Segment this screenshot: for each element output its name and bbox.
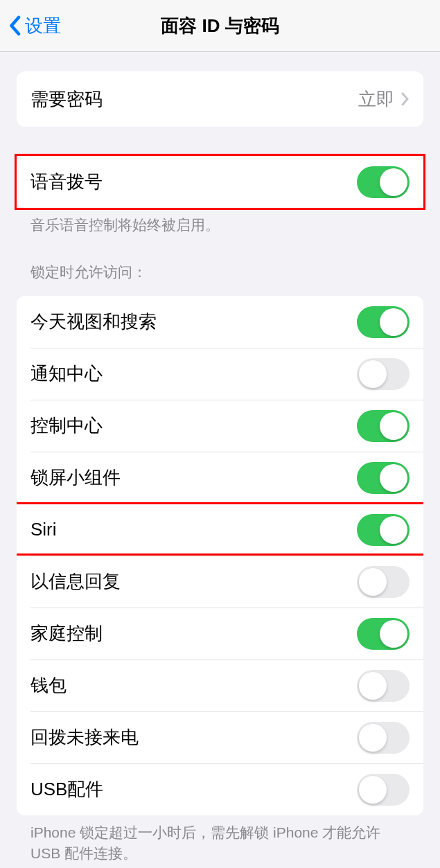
header: 设置 面容 ID 与密码 [0,0,440,52]
control-center-toggle[interactable] [357,410,410,442]
today-view-search-toggle[interactable] [357,306,410,338]
siri-label: Siri [30,519,57,540]
lock-access-header: 锁定时允许访问： [17,235,423,287]
page-title: 面容 ID 与密码 [161,14,279,38]
return-missed-calls-label: 回拨未接来电 [30,725,139,750]
usb-accessories-label: USB配件 [30,777,103,801]
return-missed-calls-row: 回拨未接来电 [17,711,423,763]
chevron-left-icon [8,15,21,36]
home-control-row: 家庭控制 [17,608,423,659]
today-view-search-label: 今天视图和搜索 [30,310,157,334]
control-center-label: 控制中心 [30,414,103,438]
voice-dial-toggle[interactable] [357,166,410,198]
notification-center-toggle[interactable] [357,358,410,390]
voice-dial-footer: 音乐语音控制将始终被启用。 [17,208,423,235]
home-control-label: 家庭控制 [30,621,103,646]
notification-center-row: 通知中心 [17,348,423,400]
siri-toggle[interactable] [357,514,410,546]
reply-with-message-row: 以信息回复 [17,556,423,608]
voice-dial-row: 语音拨号 [17,156,423,208]
wallet-label: 钱包 [30,673,67,698]
usb-accessories-toggle[interactable] [357,774,410,806]
require-passcode-value: 立即 [358,87,394,112]
siri-row: Siri [17,504,423,556]
today-view-search-row: 今天视图和搜索 [17,296,423,348]
reply-with-message-label: 以信息回复 [30,569,121,594]
wallet-toggle[interactable] [357,670,410,702]
lock-screen-widgets-label: 锁屏小组件 [30,466,121,490]
require-passcode-group: 需要密码 立即 [17,71,423,127]
voice-dial-group: 语音拨号 [17,156,423,208]
back-button[interactable]: 设置 [8,14,61,38]
require-passcode-row[interactable]: 需要密码 立即 [17,71,423,127]
reply-with-message-toggle[interactable] [357,566,410,598]
chevron-right-icon [401,92,410,106]
wallet-row: 钱包 [17,659,423,711]
require-passcode-label: 需要密码 [30,87,103,112]
control-center-row: 控制中心 [17,400,423,452]
back-label: 设置 [25,14,61,38]
lock-access-footer: iPhone 锁定超过一小时后，需先解锁 iPhone 才能允许USB 配件连接… [17,815,423,863]
usb-accessories-row: USB配件 [17,763,423,815]
home-control-toggle[interactable] [357,618,410,650]
voice-dial-label: 语音拨号 [30,170,103,194]
return-missed-calls-toggle[interactable] [357,722,410,754]
notification-center-label: 通知中心 [30,362,103,386]
lock-access-group: 今天视图和搜索通知中心控制中心锁屏小组件Siri以信息回复家庭控制钱包回拨未接来… [17,296,423,815]
lock-screen-widgets-toggle[interactable] [357,462,410,494]
lock-screen-widgets-row: 锁屏小组件 [17,452,423,504]
